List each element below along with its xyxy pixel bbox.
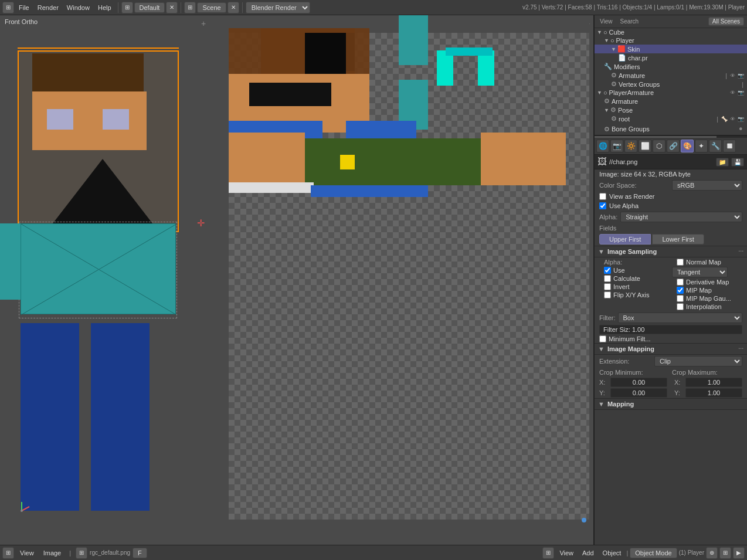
filter-select[interactable]: Box EWA FELINE: [618, 313, 743, 323]
viewport-3d[interactable]: Front Ortho: [0, 15, 593, 545]
viewport-object-btn[interactable]: Object: [599, 548, 625, 558]
bottom-image-btn[interactable]: Image: [40, 548, 65, 558]
tree-item-bone-groups[interactable]: ⚙ Bone Groups •: [595, 123, 747, 135]
armature-cam-btn[interactable]: 📷: [737, 72, 745, 79]
image-save-btn[interactable]: 💾: [731, 158, 744, 167]
tree-item-player[interactable]: ▼ ○ Player: [595, 36, 747, 45]
mipmap-checkbox[interactable]: [677, 287, 684, 294]
upper-first-btn[interactable]: Upper First: [599, 234, 651, 245]
char-triangle: [53, 159, 152, 223]
all-scenes-btn[interactable]: All Scenes: [708, 17, 744, 26]
min-filter-checkbox[interactable]: [599, 335, 606, 342]
tree-item-charpng[interactable]: 📄 char.pr: [595, 53, 747, 62]
mipmap-gauss-checkbox[interactable]: [677, 295, 684, 302]
tree-item-skin[interactable]: ▼ 🟥 Skin: [595, 45, 747, 53]
toggle-player[interactable]: ▼: [604, 38, 609, 43]
props-btn-mesh[interactable]: ⬡: [653, 140, 665, 152]
viewport-gizmo-btn[interactable]: ⊕: [706, 547, 718, 559]
scene-label-btn[interactable]: Scene: [197, 2, 226, 13]
scene-icon-btn[interactable]: ⊞: [184, 2, 196, 13]
crop-y-max-input[interactable]: [685, 388, 742, 398]
tree-item-player-armature[interactable]: ▼ ○ PlayerArmature 👁 📷: [595, 89, 747, 97]
props-btn-scene[interactable]: 🌐: [596, 140, 609, 152]
props-btn-material[interactable]: 🔗: [667, 140, 680, 152]
viewport-add-btn[interactable]: Add: [579, 548, 597, 558]
armature-eye-btn[interactable]: 👁: [729, 72, 736, 79]
image-path-input[interactable]: [609, 158, 714, 165]
toggle-pa[interactable]: ▼: [597, 90, 602, 96]
derivmap-checkbox[interactable]: [677, 279, 684, 286]
mode-select-btn[interactable]: Object Mode: [630, 548, 677, 558]
view-as-render-checkbox[interactable]: [599, 193, 606, 200]
mapping-section-header[interactable]: ▼ Mapping: [595, 398, 747, 410]
props-btn-constraints[interactable]: 🔲: [723, 140, 736, 152]
workspace-icon-btn[interactable]: ⊞: [121, 2, 133, 13]
pa-eye-btn[interactable]: 👁: [729, 90, 736, 96]
render-engine-select[interactable]: Blender Render: [246, 2, 310, 13]
lower-first-btn[interactable]: Lower First: [652, 234, 704, 245]
props-btn-world[interactable]: 🔆: [624, 140, 637, 152]
toggle-pose[interactable]: ▼: [604, 107, 609, 113]
tree-item-pose[interactable]: ▼ ⚙ Pose: [595, 106, 747, 114]
image-browse-btn[interactable]: 📁: [716, 158, 729, 167]
props-btn-render[interactable]: 📷: [610, 140, 623, 152]
filter-size-input[interactable]: [599, 325, 742, 334]
toggle-skin[interactable]: ▼: [611, 46, 616, 52]
use-alpha-label: Use Alpha: [609, 202, 639, 209]
calculate-checkbox[interactable]: [604, 275, 611, 282]
viewport-layer-btn[interactable]: ⊞: [719, 547, 731, 559]
viewport-anim-btn[interactable]: ▶: [733, 547, 745, 559]
normalmap-checkbox[interactable]: [677, 259, 684, 266]
invert-checkbox[interactable]: [604, 283, 611, 290]
uv-icon-btn[interactable]: ⊞: [76, 547, 87, 559]
extension-select[interactable]: Clip Extend Repeat: [654, 356, 742, 366]
use-alpha-checkbox[interactable]: [599, 202, 606, 209]
label-pa: PlayerArmature: [609, 89, 729, 96]
flipxy-checkbox[interactable]: [604, 291, 611, 298]
uv-f-btn[interactable]: F: [133, 548, 147, 558]
alpha-select[interactable]: Straight Premultiplied: [620, 212, 742, 222]
root-bone-btn[interactable]: 🦴: [721, 116, 728, 123]
crop-y-min-input[interactable]: [610, 388, 667, 398]
workspace-close-btn[interactable]: ✕: [166, 2, 178, 13]
menu-file[interactable]: File: [15, 3, 33, 12]
crop-x-min-input[interactable]: [610, 378, 667, 387]
tree-item-vertex-groups[interactable]: ⚙ Vertex Groups |: [595, 80, 747, 89]
tree-item-cube[interactable]: ▼ ○ Cube: [595, 28, 747, 36]
toggle-cube[interactable]: ▼: [597, 29, 602, 35]
cs-select[interactable]: sRGB Linear: [672, 180, 742, 191]
tangent-select[interactable]: Tangent Object World: [672, 267, 728, 277]
tree-item-root[interactable]: ⚙ root | 🦴 👁 📷: [595, 114, 747, 123]
scene-close-btn[interactable]: ✕: [228, 2, 239, 13]
menu-help[interactable]: Help: [94, 3, 115, 12]
viewport-view-btn[interactable]: View: [556, 548, 577, 558]
crop-x-max-input[interactable]: [685, 378, 742, 387]
props-btn-physics[interactable]: 🔧: [709, 140, 722, 152]
props-btn-texture[interactable]: 🎨: [681, 140, 694, 152]
use-checkbox[interactable]: [604, 267, 611, 274]
menu-window[interactable]: Window: [63, 3, 93, 12]
tree-view-btn[interactable]: View: [597, 18, 615, 25]
bottom-icon-btn[interactable]: ⊞: [2, 547, 14, 559]
image-mapping-header[interactable]: ▼ Image Mapping ⋯: [595, 343, 747, 355]
bottom-view-btn[interactable]: View: [16, 548, 38, 558]
tree-search-btn[interactable]: Search: [618, 18, 641, 25]
use-check-row: Use: [599, 266, 670, 274]
tree-item-armature[interactable]: ⚙ Armature | 👁 📷: [595, 71, 747, 80]
pa-actions: 👁 📷: [729, 90, 745, 96]
props-btn-object[interactable]: ⬜: [639, 140, 651, 152]
tree-item-modifiers[interactable]: 🔧 Modifiers: [595, 62, 747, 71]
blender-icon-btn[interactable]: ⊞: [2, 2, 14, 13]
tree-item-armature2[interactable]: ⚙ Armature: [595, 97, 747, 106]
image-sampling-header[interactable]: ▼ Image Sampling ⋯: [595, 246, 747, 257]
root-cam-btn[interactable]: 📷: [737, 116, 745, 123]
interpolation-checkbox[interactable]: [677, 303, 684, 310]
pa-cam-btn[interactable]: 📷: [737, 90, 745, 96]
uv-editor[interactable]: [229, 15, 589, 525]
bottom-right: ⊞ View Add Object | Object Mode (1) Play…: [542, 547, 745, 559]
workspace-label-btn[interactable]: Default: [134, 2, 165, 13]
menu-render[interactable]: Render: [34, 3, 62, 12]
root-eye-btn[interactable]: 👁: [729, 116, 736, 123]
viewport-icon-btn[interactable]: ⊞: [542, 547, 554, 559]
props-btn-particles[interactable]: ✦: [695, 140, 708, 152]
